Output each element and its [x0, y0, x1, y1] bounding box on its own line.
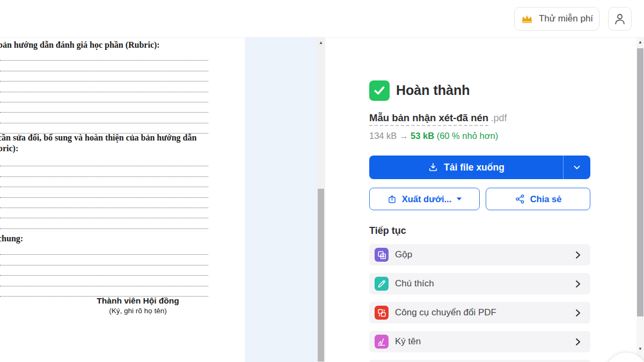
pdf-preview-area: bản hướng dẫn đánh giá học phần (Rubric)… — [0, 38, 325, 362]
doc-heading-rubric: bản hướng dẫn đánh giá học phần (Rubric)… — [0, 40, 160, 50]
try-free-label: Thử miễn phí — [539, 13, 593, 24]
download-button[interactable]: Tải file xuống — [369, 156, 564, 179]
try-free-button[interactable]: Thử miễn phí — [514, 7, 599, 31]
chevron-right-icon — [573, 250, 583, 260]
dotted-lines-group — [0, 245, 208, 297]
signature-note: (Ký, ghi rõ họ tên) — [71, 307, 205, 315]
dotted-lines-group — [0, 50, 208, 134]
next-tool-row-partial[interactable] — [369, 360, 590, 362]
sign-icon — [375, 335, 389, 349]
caret-down-icon — [456, 197, 462, 201]
export-as-button[interactable]: Xuất dưới... — [369, 188, 480, 210]
tool-row-4[interactable]: Ký tên — [369, 331, 590, 352]
annotate-icon — [375, 277, 389, 291]
preview-scrollbar-thumb[interactable] — [318, 189, 324, 361]
share-nodes-icon — [515, 194, 525, 204]
chevron-right-icon — [573, 337, 583, 347]
download-split-button: Tải file xuống — [369, 156, 590, 179]
download-label: Tải file xuống — [444, 162, 504, 173]
doc-heading-revision: cần sửa đổi, bổ sung và hoàn thiện của b… — [0, 133, 196, 143]
doc-heading-revision-2: bric): — [0, 144, 18, 153]
export-as-label: Xuất dưới... — [402, 194, 451, 204]
file-line: Mẫu bản nhận xét-đã nén .pdf — [369, 112, 507, 124]
result-panel: Hoàn thành Mẫu bản nhận xét-đã nén .pdf … — [325, 38, 636, 362]
tool-label: Ký tên — [395, 336, 573, 347]
crown-icon — [521, 12, 533, 25]
share-label: Chia sẻ — [530, 194, 562, 204]
size-after: 53 kB — [411, 131, 434, 141]
status-title: Hoàn thành — [396, 83, 470, 98]
tool-label: Công cụ chuyển đổi PDF — [395, 307, 573, 318]
convert-icon — [375, 306, 389, 320]
size-before: 134 kB — [369, 131, 397, 141]
compression-summary: 134 kB → 53 kB (60 % nhỏ hơn) — [369, 131, 498, 141]
person-icon — [613, 12, 627, 26]
pdf-page: bản hướng dẫn đánh giá học phần (Rubric)… — [0, 38, 245, 362]
file-name[interactable]: Mẫu bản nhận xét-đã nén — [369, 112, 488, 126]
dotted-lines-group — [0, 156, 208, 229]
share-button[interactable]: Chia sẻ — [486, 188, 590, 210]
preview-scrollbar[interactable]: ▲ — [317, 38, 325, 362]
size-note: (60 % nhỏ hơn) — [437, 131, 498, 141]
tool-row-3[interactable]: Công cụ chuyển đổi PDF — [369, 302, 590, 323]
arrow-right-icon: → — [399, 131, 408, 141]
tool-row-1[interactable]: Gộp — [369, 244, 590, 265]
tool-row-2[interactable]: Chú thích — [369, 273, 590, 294]
tool-label: Chú thích — [395, 278, 573, 289]
download-options-button[interactable] — [564, 156, 590, 179]
chevron-right-icon — [573, 279, 583, 289]
success-check-icon — [369, 80, 390, 101]
signature-title: Thành viên Hội đồng — [71, 296, 205, 306]
chevron-down-icon — [572, 162, 582, 173]
app-window: Thử miễn phí bản hướng dẫn đánh giá học … — [0, 0, 644, 362]
account-button[interactable] — [608, 7, 632, 31]
scroll-up-icon[interactable]: ▲ — [317, 39, 325, 47]
page-scrollbar-thumb[interactable] — [637, 48, 643, 316]
page-scrollbar[interactable]: ▲ — [636, 38, 644, 362]
tool-label: Gộp — [395, 249, 573, 260]
scroll-down-icon[interactable]: ▼ — [636, 346, 644, 351]
scroll-up-icon[interactable]: ▲ — [636, 39, 644, 46]
continue-heading: Tiếp tục — [369, 225, 406, 237]
export-icon — [387, 194, 397, 204]
doc-heading-general: chung: — [0, 234, 23, 243]
download-icon — [428, 162, 438, 173]
file-extension: .pdf — [491, 113, 507, 123]
signature-block: Thành viên Hội đồng (Ký, ghi rõ họ tên) — [71, 296, 205, 315]
top-bar: Thử miễn phí — [0, 0, 644, 38]
chevron-right-icon — [573, 308, 583, 318]
merge-icon — [375, 248, 389, 262]
